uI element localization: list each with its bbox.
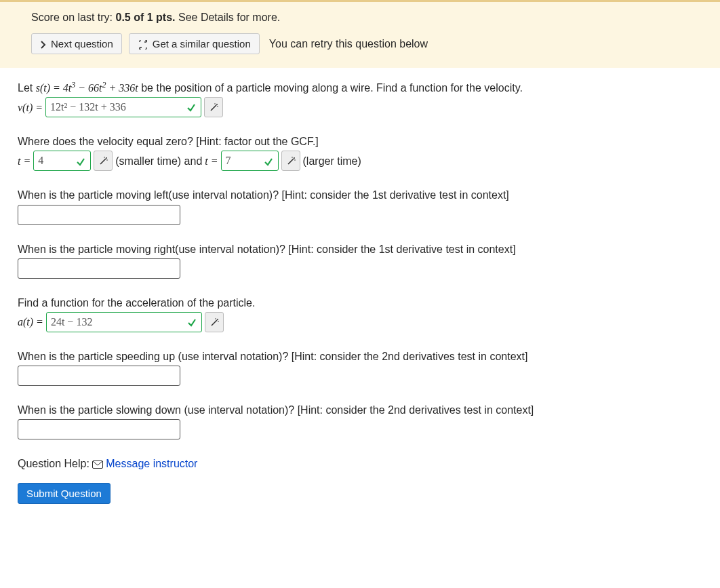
svg-point-2 bbox=[217, 106, 218, 107]
moving-left-input[interactable] bbox=[18, 205, 180, 225]
part-acceleration: Find a function for the acceleration of … bbox=[18, 294, 702, 332]
part-speeding-up: When is the particle speeding up (use in… bbox=[18, 347, 702, 386]
svg-point-11 bbox=[218, 321, 219, 322]
mail-icon bbox=[92, 454, 103, 473]
acceleration-label: a(t) = bbox=[18, 313, 43, 331]
message-instructor-link[interactable]: Message instructor bbox=[92, 454, 197, 473]
score-value: 0.5 of 1 pts. bbox=[116, 12, 176, 23]
retry-text: You can retry this question below bbox=[269, 38, 428, 50]
next-question-button[interactable]: Next question bbox=[31, 33, 122, 54]
part-moving-right: When is the particle moving right(use in… bbox=[18, 240, 702, 279]
svg-point-5 bbox=[106, 159, 108, 161]
moving-right-input[interactable] bbox=[18, 258, 180, 279]
svg-point-4 bbox=[104, 157, 105, 158]
message-instructor-label: Message instructor bbox=[106, 454, 197, 473]
speeding-up-prompt: When is the particle speeding up (use in… bbox=[18, 347, 702, 366]
intro-post: be the position of a particle moving alo… bbox=[138, 82, 523, 94]
similar-question-button[interactable]: Get a similar question bbox=[129, 33, 260, 54]
question-help-label: Question Help: bbox=[18, 458, 92, 469]
t1-tag: (smaller time) and bbox=[115, 152, 202, 170]
preview-button[interactable] bbox=[281, 151, 300, 171]
next-question-label: Next question bbox=[51, 38, 113, 50]
t2-tag: (larger time) bbox=[303, 152, 361, 170]
submit-question-label: Submit Question bbox=[26, 488, 102, 499]
score-prefix: Score on last try: bbox=[31, 12, 116, 23]
question-body: Let s(t) = 4t3 − 66t2 + 336t be the posi… bbox=[0, 79, 720, 517]
svg-point-9 bbox=[217, 319, 218, 320]
preview-button[interactable] bbox=[204, 97, 223, 117]
svg-point-7 bbox=[292, 157, 293, 158]
submit-question-button[interactable]: Submit Question bbox=[18, 483, 111, 504]
t2-input[interactable] bbox=[221, 151, 279, 171]
svg-point-3 bbox=[106, 157, 107, 159]
velocity-label: v(t) = bbox=[18, 98, 43, 117]
zero-velocity-prompt: Where does the velocity equal zero? [Hin… bbox=[18, 132, 702, 151]
acceleration-input[interactable] bbox=[46, 312, 202, 332]
slowing-down-prompt: When is the particle slowing down (use i… bbox=[18, 401, 702, 419]
svg-point-1 bbox=[214, 103, 216, 104]
svg-point-0 bbox=[216, 104, 218, 105]
see-details-text: See Details for more. bbox=[176, 12, 281, 23]
preview-button[interactable] bbox=[94, 151, 113, 171]
wand-icon bbox=[98, 156, 108, 166]
preview-button[interactable] bbox=[205, 312, 224, 332]
intro-line: Let s(t) = 4t3 − 66t2 + 336t be the posi… bbox=[18, 79, 702, 97]
speeding-up-input[interactable] bbox=[18, 366, 180, 386]
similar-question-label: Get a similar question bbox=[153, 38, 251, 50]
t-equals-1: t = bbox=[18, 152, 31, 170]
score-panel: Score on last try: 0.5 of 1 pts. See Det… bbox=[0, 0, 720, 68]
retry-icon bbox=[138, 38, 148, 50]
wand-icon bbox=[209, 102, 218, 112]
velocity-row: v(t) = bbox=[18, 97, 702, 117]
chevron-right-icon bbox=[40, 38, 47, 50]
slowing-down-input[interactable] bbox=[18, 419, 180, 439]
position-expression: s(t) = 4t3 − 66t2 + 336t bbox=[36, 82, 138, 94]
velocity-input[interactable] bbox=[45, 97, 201, 117]
question-help-row: Question Help: Message instructor bbox=[18, 454, 702, 473]
button-row: Next question Get a similar question You… bbox=[31, 33, 702, 54]
moving-right-prompt: When is the particle moving right(use in… bbox=[18, 240, 702, 258]
zero-velocity-row: t = (smaller time) and t = bbox=[18, 151, 702, 171]
part-velocity: Let s(t) = 4t3 − 66t2 + 336t be the posi… bbox=[18, 79, 702, 117]
part-slowing-down: When is the particle slowing down (use i… bbox=[18, 401, 702, 439]
t1-input[interactable] bbox=[33, 151, 91, 171]
svg-point-10 bbox=[215, 318, 216, 319]
t-equals-2: t = bbox=[205, 152, 218, 170]
svg-point-8 bbox=[294, 159, 296, 161]
score-line: Score on last try: 0.5 of 1 pts. See Det… bbox=[31, 12, 702, 24]
svg-point-6 bbox=[294, 157, 295, 159]
intro-pre: Let bbox=[18, 82, 36, 94]
acceleration-prompt: Find a function for the acceleration of … bbox=[18, 294, 702, 312]
part-velocity-zero: Where does the velocity equal zero? [Hin… bbox=[18, 132, 702, 171]
wand-icon bbox=[286, 156, 296, 166]
part-moving-left: When is the particle moving left(use int… bbox=[18, 186, 702, 224]
moving-left-prompt: When is the particle moving left(use int… bbox=[18, 186, 702, 204]
wand-icon bbox=[209, 317, 219, 327]
acceleration-row: a(t) = bbox=[18, 312, 702, 332]
